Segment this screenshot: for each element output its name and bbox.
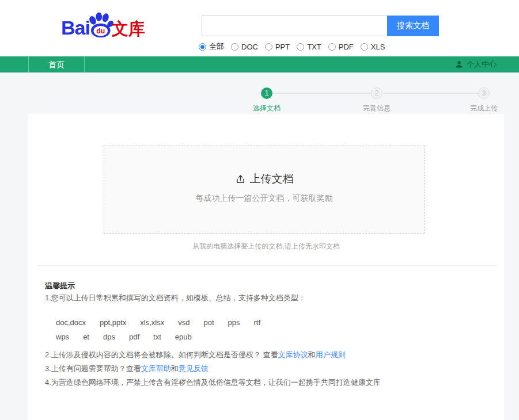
filetype: rtf (253, 318, 260, 327)
radio-icon[interactable] (361, 43, 368, 51)
upload-subtitle: 每成功上传一篇公开文档，可获取奖励 (104, 193, 424, 204)
tip-item-2: 2.上传涉及侵权内容的文档将会被移除。如何判断文档是否侵权？ 查看文库协议和用户… (45, 350, 345, 360)
step-label-complete-info: 完善信息 (348, 104, 406, 113)
upload-steps: 1 2 3 选择文档 完善信息 完成上传 (0, 72, 519, 119)
tip-item-2-and: 和 (308, 350, 315, 359)
filetype: wps (56, 333, 69, 341)
radio-icon[interactable] (231, 43, 238, 51)
filetype: txt (153, 333, 161, 341)
radio-icon[interactable] (297, 43, 304, 51)
step-circle-3: 3 (478, 87, 490, 99)
nav-home-label: 首页 (48, 60, 65, 69)
filter-option-txt[interactable]: TXT (297, 43, 321, 51)
step-circle-1: 1 (261, 87, 272, 99)
step-connector (273, 93, 371, 94)
baidu-wenku-logo[interactable]: Bai du 文库 (61, 12, 145, 37)
link-library-help[interactable]: 文库帮助 (141, 364, 171, 373)
filetype: et (83, 333, 89, 341)
main-area: 1 2 3 选择文档 完善信息 完成上传 上传文档 每成功上传一篇公开文档，可获… (0, 72, 519, 420)
main-navbar: 首页 个人中心 (0, 56, 519, 72)
upload-caption: 从我的电脑选择要上传的文档,请上传无水印文档 (28, 242, 504, 251)
filetype: pot (203, 318, 214, 327)
search-button[interactable]: 搜索文档 (387, 16, 439, 36)
filetypes-row-1: doc,docx ppt,pptx xls,xlsx vsd pot pps r… (56, 318, 274, 327)
filter-option-doc[interactable]: DOC (231, 43, 258, 51)
user-center-link[interactable]: 个人中心 (455, 56, 497, 72)
filetype: dps (103, 333, 115, 341)
logo-text-du: du (96, 27, 105, 35)
step-circle-2: 2 (371, 87, 382, 99)
filter-option-pdf[interactable]: PDF (328, 43, 354, 51)
baidu-paw-icon: du (87, 12, 113, 38)
section-divider (36, 265, 496, 266)
search-filters: 全部 DOC PPT TXT PDF XLS (199, 41, 385, 52)
tip-item-1: 1.您可以上传日常积累和撰写的文档资料，如模板、总结，支持多种文档类型： (45, 293, 306, 303)
filter-label: 全部 (209, 41, 224, 52)
filetype: pdf (129, 333, 139, 341)
filetypes-row-2: wps et dps pdf txt epub (56, 333, 206, 341)
filetype: pps (228, 318, 240, 327)
radio-checked-icon[interactable] (199, 43, 206, 51)
step-label-select-doc: 选择文档 (238, 104, 296, 113)
tip-item-3-text: 3.上传有问题需要帮助？查看 (45, 364, 141, 373)
filter-option-ppt[interactable]: PPT (265, 43, 290, 51)
logo-text-wenku: 文库 (112, 20, 145, 37)
search-bar: 搜索文档 (202, 16, 439, 36)
filter-label: PPT (275, 43, 290, 51)
header: Bai du 文库 搜索文档 全部 DOC PPT TX (0, 0, 519, 56)
filter-label: DOC (241, 43, 258, 51)
user-center-label: 个人中心 (467, 59, 497, 70)
filetype: vsd (178, 318, 190, 327)
search-input[interactable] (202, 16, 387, 36)
radio-icon[interactable] (328, 43, 336, 51)
nav-home-tab[interactable]: 首页 (28, 56, 85, 72)
upload-title: 上传文档 (250, 171, 294, 186)
tips-section: 温馨提示 1.您可以上传日常积累和撰写的文档资料，如模板、总结，支持多种文档类型… (45, 277, 500, 410)
radio-icon[interactable] (265, 43, 272, 51)
filter-label: PDF (339, 43, 354, 51)
link-user-rules[interactable]: 用户规则 (315, 350, 345, 359)
user-icon (455, 60, 463, 68)
filetype: xls,xlsx (140, 318, 164, 327)
upload-icon (235, 174, 246, 185)
link-feedback[interactable]: 意见反馈 (179, 364, 209, 373)
filetype: epub (175, 333, 192, 341)
filetype: doc,docx (56, 318, 86, 327)
tips-heading: 温馨提示 (45, 281, 75, 291)
upload-card: 上传文档 每成功上传一篇公开文档，可获取奖励 从我的电脑选择要上传的文档,请上传… (28, 114, 504, 420)
upload-title-row: 上传文档 (104, 171, 424, 186)
upload-dropzone[interactable]: 上传文档 每成功上传一篇公开文档，可获取奖励 (104, 146, 425, 234)
tip-item-3: 3.上传有问题需要帮助？查看文库帮助和意见反馈 (45, 364, 209, 374)
tip-item-2-text: 2.上传涉及侵权内容的文档将会被移除。如何判断文档是否侵权？ 查看 (45, 350, 278, 359)
tip-item-3-and: 和 (171, 364, 179, 373)
step-connector (383, 93, 478, 94)
tip-item-4: 4.为营造绿色网络环境，严禁上传含有淫秽色情及低俗信息等文档，让我们一起携手共同… (45, 377, 381, 388)
filter-label: XLS (371, 43, 385, 51)
step-label-finish-upload: 完成上传 (455, 104, 513, 113)
filter-option-xls[interactable]: XLS (361, 43, 385, 51)
filetype: ppt,pptx (100, 318, 126, 327)
filter-label: TXT (307, 43, 321, 51)
link-library-agreement[interactable]: 文库协议 (278, 350, 308, 359)
filter-option-all[interactable]: 全部 (199, 41, 224, 52)
logo-text-bai: Bai (61, 18, 90, 37)
